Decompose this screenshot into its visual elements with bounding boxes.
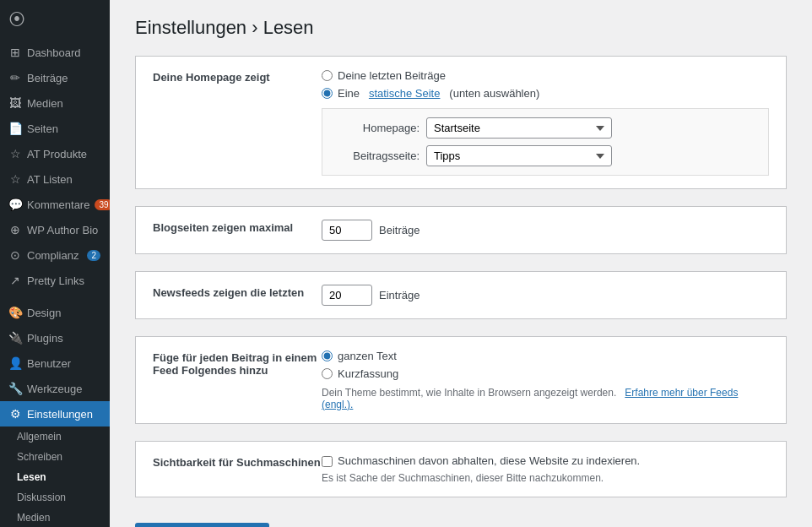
sidebar-item-wp-author-bio[interactable]: ⊕ WP Author Bio (0, 217, 110, 242)
newsfeeds-input[interactable]: 20 (322, 285, 372, 306)
homepage-label: Deine Homepage zeigt (153, 69, 322, 84)
sidebar-item-label: Medien (27, 97, 63, 110)
radio-option-page: Eine statische Seite (unten auswählen) (322, 87, 769, 100)
beitragsseite-select-label: Beitragsseite: (335, 149, 420, 162)
at-produkte-icon: ☆ (8, 147, 22, 160)
sub-nav-allgemein[interactable]: Allgemein (0, 426, 110, 447)
at-listen-icon: ☆ (8, 172, 22, 186)
blog-pages-input[interactable]: 50 (322, 220, 372, 241)
sub-nav-lesen[interactable]: Lesen (0, 467, 110, 487)
radio-feed-excerpt-label: Kurzfassung (338, 367, 398, 380)
search-visibility-checkbox-label: Suchmaschinen davon abhalten, diese Webs… (338, 454, 640, 467)
radio-posts[interactable] (322, 70, 333, 81)
sidebar-item-at-produkte[interactable]: ☆ AT Produkte (0, 141, 110, 166)
sidebar-item-label: Kommentare (27, 198, 89, 211)
benutzer-icon: 👤 (8, 356, 22, 370)
radio-feed-excerpt[interactable] (322, 368, 333, 379)
sidebar-item-werkzeuge[interactable]: 🔧 Werkzeuge (0, 376, 110, 401)
complianz-icon: ⊙ (8, 248, 22, 262)
beitrage-icon: ✏ (8, 71, 22, 84)
sub-nav-diskussion[interactable]: Diskussion (0, 487, 110, 508)
sidebar-item-label: Benutzer (27, 357, 71, 370)
main-content: Einstellungen › Lesen Deine Homepage zei… (110, 0, 812, 527)
design-icon: 🎨 (8, 306, 22, 319)
pretty-links-icon: ↗ (8, 274, 22, 287)
feed-content-control: ganzen Text Kurzfassung Dein Theme besti… (322, 350, 769, 410)
sidebar: ⦿ ⊞ Dashboard ✏ Beiträge 🖼 Medien 📄 Seit… (0, 0, 110, 527)
author-bio-icon: ⊕ (8, 223, 22, 236)
settings-section-blog-pages: Blogseiten zeigen maximal 50 Beiträge (135, 206, 787, 254)
radio-page-label: Eine statische Seite (unten auswählen) (338, 87, 539, 100)
sidebar-item-benutzer[interactable]: 👤 Benutzer (0, 350, 110, 376)
sidebar-item-label: Complianz (27, 249, 78, 262)
sidebar-item-label: AT Listen (27, 173, 73, 186)
search-visibility-checkbox-row: Suchmaschinen davon abhalten, diese Webs… (322, 454, 769, 467)
radio-option-posts: Deine letzten Beiträge (322, 69, 769, 82)
search-visibility-note: Es ist Sache der Suchmaschinen, dieser B… (322, 472, 769, 484)
save-button[interactable]: Änderungen speichern (135, 523, 269, 527)
wp-logo-icon: ⦿ (8, 10, 25, 30)
blog-pages-control: 50 Beiträge (322, 220, 769, 241)
sidebar-item-at-listen[interactable]: ☆ AT Listen (0, 166, 110, 192)
seiten-icon: 📄 (8, 122, 22, 135)
sidebar-item-complianz[interactable]: ⊙ Complianz 2 (0, 242, 110, 268)
homepage-form-row: Homepage: Startseite Über uns Kontakt (335, 117, 755, 139)
sidebar-item-design[interactable]: 🎨 Design (0, 300, 110, 325)
wp-logo: ⦿ (0, 0, 110, 40)
kommentare-badge: 39 (95, 199, 110, 210)
complianz-badge: 2 (87, 250, 100, 261)
homepage-select[interactable]: Startseite Über uns Kontakt (426, 117, 612, 139)
radio-feed-full[interactable] (322, 350, 333, 361)
sidebar-item-kommentare[interactable]: 💬 Kommentare 39 (0, 192, 110, 217)
static-page-link[interactable]: statische Seite (369, 87, 441, 100)
sub-nav-medien[interactable]: Medien (0, 508, 110, 527)
sidebar-item-pretty-links[interactable]: ↗ Pretty Links (0, 268, 110, 293)
newsfeeds-control: 20 Einträge (322, 285, 769, 306)
werkzeuge-icon: 🔧 (8, 382, 22, 395)
blog-pages-suffix: Beiträge (379, 224, 420, 236)
radio-option-full: ganzen Text (322, 350, 769, 362)
sub-nav-schreiben[interactable]: Schreiben (0, 447, 110, 467)
radio-page[interactable] (322, 88, 333, 99)
homepage-control: Deine letzten Beiträge Eine statische Se… (322, 69, 769, 176)
sidebar-item-label: Dashboard (27, 46, 81, 59)
kommentare-icon: 💬 (8, 198, 22, 211)
homepage-select-label: Homepage: (335, 122, 420, 134)
newsfeeds-suffix: Einträge (379, 289, 420, 302)
search-visibility-label: Sichtbarkeit für Suchmaschinen (153, 454, 322, 469)
sidebar-item-label: Seiten (27, 122, 58, 135)
sidebar-item-beitrage[interactable]: ✏ Beiträge (0, 65, 110, 90)
settings-section-search-visibility: Sichtbarkeit für Suchmaschinen Suchmasch… (135, 441, 787, 497)
radio-posts-label: Deine letzten Beiträge (338, 69, 446, 82)
newsfeeds-row: Newsfeeds zeigen die letzten 20 Einträge (136, 272, 786, 318)
sidebar-item-dashboard[interactable]: ⊞ Dashboard (0, 40, 110, 65)
settings-section-feed-content: Füge für jeden Beitrag in einem Feed Fol… (135, 336, 787, 424)
homepage-row: Deine Homepage zeigt Deine letzten Beitr… (136, 57, 786, 188)
sidebar-item-seiten[interactable]: 📄 Seiten (0, 116, 110, 141)
medien-icon: 🖼 (8, 96, 22, 110)
homepage-subform: Homepage: Startseite Über uns Kontakt Be… (322, 108, 769, 176)
beitragsseite-select[interactable]: Tipps Blog News (426, 145, 612, 166)
radio-option-excerpt: Kurzfassung (322, 367, 769, 380)
settings-section-newsfeeds: Newsfeeds zeigen die letzten 20 Einträge (135, 271, 787, 319)
search-visibility-control: Suchmaschinen davon abhalten, diese Webs… (322, 454, 769, 484)
sidebar-item-medien[interactable]: 🖼 Medien (0, 90, 110, 116)
blog-pages-row: Blogseiten zeigen maximal 50 Beiträge (136, 207, 786, 253)
sidebar-item-label: WP Author Bio (27, 224, 98, 236)
search-visibility-row: Sichtbarkeit für Suchmaschinen Suchmasch… (136, 442, 786, 497)
feed-content-row: Füge für jeden Beitrag in einem Feed Fol… (136, 337, 786, 423)
search-visibility-checkbox[interactable] (322, 456, 333, 467)
plugins-icon: 🔌 (8, 331, 22, 345)
sidebar-item-label: Beiträge (27, 72, 68, 84)
page-title: Einstellungen › Lesen (135, 17, 787, 39)
settings-section-homepage: Deine Homepage zeigt Deine letzten Beitr… (135, 56, 787, 189)
sidebar-item-einstellungen[interactable]: ⚙ Einstellungen (0, 401, 110, 426)
einstellungen-sub-nav: Allgemein Schreiben Lesen Diskussion Med… (0, 426, 110, 527)
feed-note: Dein Theme bestimmt, wie Inhalte in Brow… (322, 387, 769, 410)
beitragsseite-form-row: Beitragsseite: Tipps Blog News (335, 145, 755, 166)
feed-content-label: Füge für jeden Beitrag in einem Feed Fol… (153, 350, 322, 377)
sidebar-item-label: Design (27, 307, 61, 319)
sidebar-item-plugins[interactable]: 🔌 Plugins (0, 325, 110, 350)
blog-pages-label: Blogseiten zeigen maximal (153, 220, 322, 234)
sidebar-item-label: Werkzeuge (27, 383, 83, 395)
